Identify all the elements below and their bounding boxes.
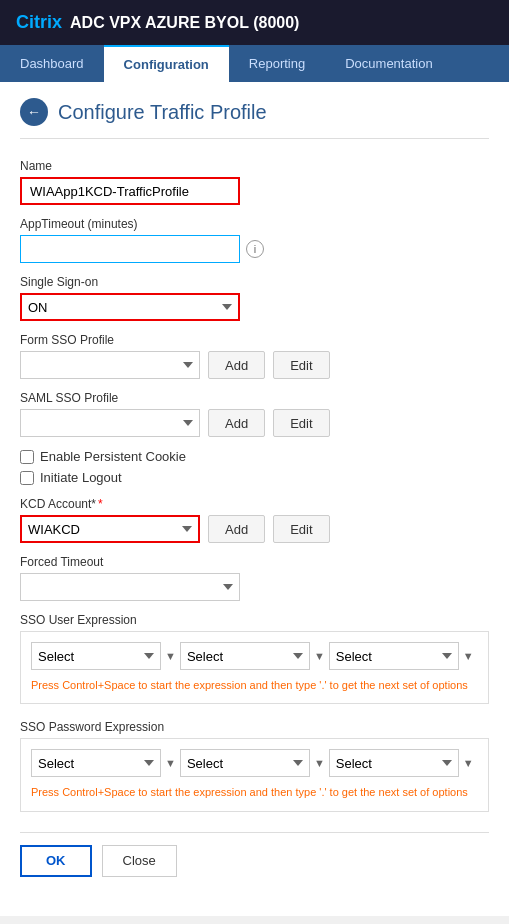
chevron-down-icon-6: ▼ (463, 757, 474, 769)
chevron-down-icon-5: ▼ (314, 757, 325, 769)
saml-sso-profile-select[interactable] (20, 409, 200, 437)
sso-user-expr-select-2[interactable]: Select (180, 642, 310, 670)
saml-sso-edit-button[interactable]: Edit (273, 409, 329, 437)
kcd-account-label: KCD Account* (20, 497, 489, 511)
chevron-down-icon-2: ▼ (314, 650, 325, 662)
kcd-account-row: WIAKCD Add Edit (20, 515, 489, 543)
footer-buttons: OK Close (20, 832, 489, 877)
initiate-logout-label[interactable]: Initiate Logout (40, 470, 122, 485)
app-header: Citrix ADC VPX AZURE BYOL (8000) (0, 0, 509, 45)
page-header-row: ← Configure Traffic Profile (20, 98, 489, 139)
nav-documentation[interactable]: Documentation (325, 46, 452, 81)
close-button[interactable]: Close (102, 845, 177, 877)
citrix-logo: Citrix (16, 12, 62, 33)
configure-traffic-profile-form: Name AppTimeout (minutes) i Single Sign-… (20, 159, 489, 877)
form-sso-add-button[interactable]: Add (208, 351, 265, 379)
form-sso-profile-row: Add Edit (20, 351, 489, 379)
sso-password-expr-selects: Select ▼ Select ▼ Select ▼ (31, 749, 478, 777)
forced-timeout-group: Forced Timeout (20, 555, 489, 601)
sso-password-expr-hint: Press Control+Space to start the express… (31, 785, 478, 800)
forced-timeout-select[interactable] (20, 573, 240, 601)
form-sso-profile-label: Form SSO Profile (20, 333, 489, 347)
sso-label: Single Sign-on (20, 275, 489, 289)
chevron-down-icon-4: ▼ (165, 757, 176, 769)
sso-select[interactable]: ON OFF (20, 293, 240, 321)
kcd-account-group: KCD Account* WIAKCD Add Edit (20, 497, 489, 543)
sso-password-expr-group: SSO Password Expression Select ▼ Select … (20, 720, 489, 811)
nav-dashboard[interactable]: Dashboard (0, 46, 104, 81)
kcd-add-button[interactable]: Add (208, 515, 265, 543)
forced-timeout-label: Forced Timeout (20, 555, 489, 569)
apptimeout-row: i (20, 235, 489, 263)
apptimeout-input[interactable] (20, 235, 240, 263)
sso-user-expr-group: SSO User Expression Select ▼ Select ▼ Se… (20, 613, 489, 704)
chevron-down-icon-1: ▼ (165, 650, 176, 662)
initiate-logout-row: Initiate Logout (20, 470, 489, 485)
chevron-down-icon-3: ▼ (463, 650, 474, 662)
sso-user-expr-hint: Press Control+Space to start the express… (31, 678, 478, 693)
sso-password-expr-section: Select ▼ Select ▼ Select ▼ Press Control… (20, 738, 489, 811)
sso-user-expr-label: SSO User Expression (20, 613, 489, 627)
name-label: Name (20, 159, 489, 173)
back-button[interactable]: ← (20, 98, 48, 126)
nav-reporting[interactable]: Reporting (229, 46, 325, 81)
apptimeout-label: AppTimeout (minutes) (20, 217, 489, 231)
name-group: Name (20, 159, 489, 205)
kcd-account-select[interactable]: WIAKCD (20, 515, 200, 543)
sso-password-expr-select-2[interactable]: Select (180, 749, 310, 777)
initiate-logout-checkbox[interactable] (20, 471, 34, 485)
persistent-cookie-label[interactable]: Enable Persistent Cookie (40, 449, 186, 464)
saml-sso-add-button[interactable]: Add (208, 409, 265, 437)
form-sso-profile-group: Form SSO Profile Add Edit (20, 333, 489, 379)
ok-button[interactable]: OK (20, 845, 92, 877)
apptimeout-info-icon[interactable]: i (246, 240, 264, 258)
main-content: ← Configure Traffic Profile Name AppTime… (0, 82, 509, 916)
persistent-cookie-checkbox[interactable] (20, 450, 34, 464)
name-input[interactable] (20, 177, 240, 205)
sso-user-expr-select-3[interactable]: Select (329, 642, 459, 670)
persistent-cookie-row: Enable Persistent Cookie (20, 449, 489, 464)
sso-password-expr-select-3[interactable]: Select (329, 749, 459, 777)
sso-group: Single Sign-on ON OFF (20, 275, 489, 321)
saml-sso-profile-group: SAML SSO Profile Add Edit (20, 391, 489, 437)
apptimeout-group: AppTimeout (minutes) i (20, 217, 489, 263)
sso-user-expr-section: Select ▼ Select ▼ Select ▼ Press Control… (20, 631, 489, 704)
sso-password-expr-select-1[interactable]: Select (31, 749, 161, 777)
app-title: ADC VPX AZURE BYOL (8000) (70, 14, 299, 32)
form-sso-edit-button[interactable]: Edit (273, 351, 329, 379)
form-sso-profile-select[interactable] (20, 351, 200, 379)
page-title: Configure Traffic Profile (58, 101, 267, 124)
saml-sso-profile-label: SAML SSO Profile (20, 391, 489, 405)
navbar: Dashboard Configuration Reporting Docume… (0, 45, 509, 82)
sso-user-expr-selects: Select ▼ Select ▼ Select ▼ (31, 642, 478, 670)
sso-password-expr-label: SSO Password Expression (20, 720, 489, 734)
kcd-edit-button[interactable]: Edit (273, 515, 329, 543)
nav-configuration[interactable]: Configuration (104, 45, 229, 82)
saml-sso-profile-row: Add Edit (20, 409, 489, 437)
sso-user-expr-select-1[interactable]: Select (31, 642, 161, 670)
